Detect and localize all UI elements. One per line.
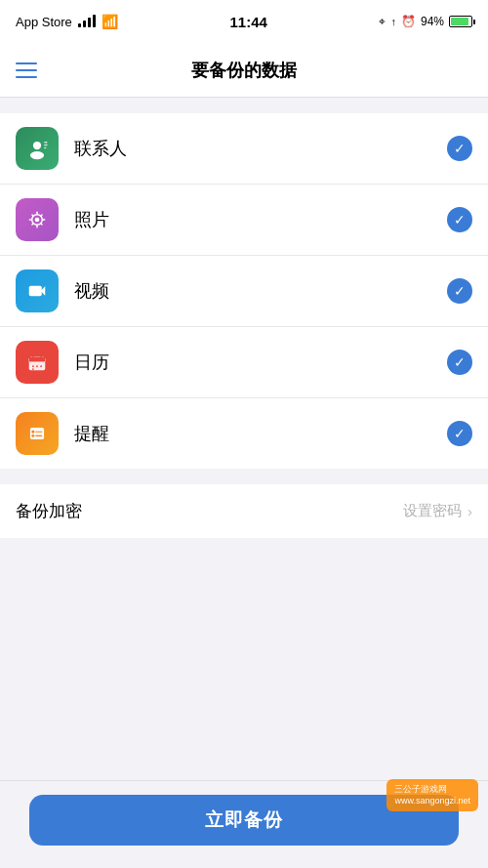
empty-area xyxy=(0,538,488,753)
contacts-icon xyxy=(16,127,59,170)
encryption-row[interactable]: 备份加密 设置密码 › xyxy=(0,484,488,538)
reminders-icon xyxy=(16,412,59,455)
chevron-right-icon: › xyxy=(468,503,472,519)
svg-point-28 xyxy=(32,368,34,370)
contacts-label: 联系人 xyxy=(74,137,447,160)
svg-point-6 xyxy=(35,218,40,223)
section-divider xyxy=(0,469,488,484)
app-store-label: App Store xyxy=(16,15,72,29)
svg-point-0 xyxy=(33,142,41,149)
svg-point-27 xyxy=(40,365,42,367)
svg-rect-4 xyxy=(44,147,46,148)
svg-rect-22 xyxy=(29,357,46,362)
calendar-checkmark: ✓ xyxy=(447,350,472,375)
calendar-icon xyxy=(16,341,59,384)
svg-rect-15 xyxy=(29,286,42,297)
svg-rect-3 xyxy=(44,145,48,145)
svg-rect-2 xyxy=(44,142,48,143)
page-title: 要备份的数据 xyxy=(191,59,297,82)
svg-line-14 xyxy=(32,224,33,225)
encryption-section: 备份加密 设置密码 › xyxy=(0,484,488,538)
status-bar: App Store 📶 11:44 ⌖ ↑ ⏰ 94% xyxy=(0,0,488,43)
menu-button[interactable] xyxy=(16,62,37,78)
contacts-checkmark: ✓ xyxy=(447,136,472,161)
list-item-reminders[interactable]: 提醒 ✓ xyxy=(0,398,488,469)
photos-checkmark: ✓ xyxy=(447,207,472,232)
photos-icon xyxy=(16,198,59,241)
photos-label: 照片 xyxy=(74,208,447,231)
reminders-label: 提醒 xyxy=(74,422,447,445)
battery-icon xyxy=(449,16,472,27)
svg-point-26 xyxy=(36,365,38,367)
data-list-section: 联系人 ✓ 照片 ✓ xyxy=(0,113,488,469)
svg-point-30 xyxy=(31,431,34,434)
svg-point-32 xyxy=(31,434,34,437)
calendar-label: 日历 xyxy=(74,351,447,374)
svg-rect-29 xyxy=(30,428,44,439)
svg-line-12 xyxy=(41,224,42,225)
encryption-label: 备份加密 xyxy=(16,500,403,522)
reminders-checkmark: ✓ xyxy=(447,421,472,446)
status-right: ⌖ ↑ ⏰ 94% xyxy=(379,15,472,28)
location-arrow-icon: ↑ xyxy=(390,16,396,27)
videos-label: 视频 xyxy=(74,279,447,303)
encryption-action: 设置密码 xyxy=(403,502,462,520)
svg-point-1 xyxy=(30,151,44,159)
battery-percent: 94% xyxy=(421,15,444,28)
navigation-bar: 要备份的数据 xyxy=(0,43,488,98)
signal-icon xyxy=(78,16,96,27)
list-item-contacts[interactable]: 联系人 ✓ xyxy=(0,113,488,185)
list-item-videos[interactable]: 视频 ✓ xyxy=(0,256,488,327)
svg-line-11 xyxy=(32,215,33,216)
videos-icon xyxy=(16,269,59,312)
list-item-calendar[interactable]: 日历 ✓ xyxy=(0,327,488,398)
svg-point-25 xyxy=(32,365,34,367)
alarm-icon: ⏰ xyxy=(401,15,416,28)
list-item-photos[interactable]: 照片 ✓ xyxy=(0,185,488,256)
videos-checkmark: ✓ xyxy=(447,278,472,304)
wifi-icon: 📶 xyxy=(102,14,118,29)
gps-icon: ⌖ xyxy=(379,15,386,28)
svg-line-13 xyxy=(41,215,42,216)
watermark: 三公子游戏网www.sangongzi.net xyxy=(386,779,478,811)
status-time: 11:44 xyxy=(229,14,266,30)
status-left: App Store 📶 xyxy=(16,14,118,29)
